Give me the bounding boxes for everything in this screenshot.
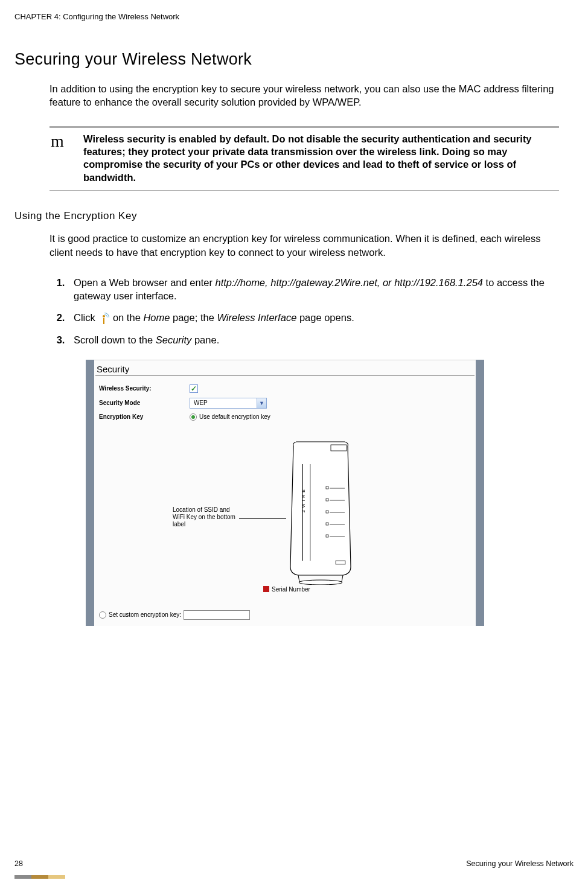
steps-list: Open a Web browser and enter http://home… bbox=[68, 276, 559, 346]
step-2-text-b: on the bbox=[113, 312, 143, 323]
encryption-key-row: Encryption Key Use default encryption ke… bbox=[94, 411, 476, 423]
note-text: Wireless security is enabled by default.… bbox=[83, 133, 559, 185]
use-default-radio[interactable] bbox=[190, 413, 197, 421]
serial-color-square bbox=[263, 586, 269, 592]
step-1-url: http://home, http://gateway.2Wire.net, o… bbox=[216, 277, 484, 288]
step-2: Click on the Home page; the Wireless Int… bbox=[68, 311, 559, 324]
custom-key-radio[interactable] bbox=[99, 611, 106, 619]
serial-number-text: Serial Number bbox=[272, 586, 310, 593]
device-illustration-area: Location of SSID and WiFi Key on the bot… bbox=[94, 428, 476, 603]
encryption-key-label: Encryption Key bbox=[99, 413, 190, 420]
svg-rect-13 bbox=[326, 535, 328, 537]
panel-title: Security bbox=[95, 363, 475, 376]
custom-key-input[interactable] bbox=[184, 610, 250, 620]
custom-key-row: Set custom encryption key: bbox=[94, 607, 476, 621]
security-panel-screenshot: Security Wireless Security: ✓ Security M… bbox=[86, 360, 484, 626]
svg-text:2 W I R E: 2 W I R E bbox=[301, 489, 305, 512]
step-2-text-c: page; the bbox=[170, 312, 217, 323]
step-3-security: Security bbox=[156, 334, 192, 345]
chevron-down-icon: ▼ bbox=[257, 398, 266, 408]
custom-key-label: Set custom encryption key: bbox=[109, 611, 181, 618]
wireless-security-label: Wireless Security: bbox=[99, 385, 190, 392]
svg-rect-11 bbox=[326, 523, 328, 525]
step-3: Scroll down to the Security pane. bbox=[68, 333, 559, 346]
panel-left-edge bbox=[86, 360, 94, 626]
page-title: Securing your Wireless Network bbox=[14, 50, 574, 69]
step-2-text-d: page opens. bbox=[296, 312, 354, 323]
wireless-icon bbox=[99, 313, 109, 324]
section-heading-encryption-key: Using the Encryption Key bbox=[14, 210, 574, 222]
page-footer: 28 Securing your Wireless Network bbox=[14, 859, 574, 868]
svg-point-0 bbox=[299, 580, 342, 585]
callout-text: Location of SSID and WiFi Key on the bot… bbox=[173, 506, 239, 528]
use-default-label: Use default encryption key bbox=[199, 413, 270, 420]
svg-rect-5 bbox=[326, 486, 328, 489]
step-2-home: Home bbox=[143, 312, 170, 323]
step-1-text-a: Open a Web browser and enter bbox=[74, 277, 216, 288]
device-illustration: 2 W I R E bbox=[275, 440, 366, 585]
step-3-text-a: Scroll down to the bbox=[74, 334, 156, 345]
footer-color-bars bbox=[14, 875, 65, 879]
chapter-header: CHAPTER 4: Configuring the Wireless Netw… bbox=[14, 12, 574, 21]
wireless-security-row: Wireless Security: ✓ bbox=[94, 382, 476, 395]
wireless-security-checkbox[interactable]: ✓ bbox=[190, 384, 198, 393]
svg-rect-1 bbox=[331, 445, 347, 451]
security-mode-label: Security Mode bbox=[99, 400, 190, 406]
security-mode-value: WEP bbox=[190, 398, 257, 408]
step-3-text-b: pane. bbox=[191, 334, 219, 345]
intro-paragraph: In addition to using the encryption key … bbox=[50, 82, 559, 109]
footer-section-title: Securing your Wireless Network bbox=[466, 859, 574, 868]
security-mode-select[interactable]: WEP ▼ bbox=[190, 398, 267, 409]
svg-rect-9 bbox=[326, 511, 328, 513]
security-panel: Security Wireless Security: ✓ Security M… bbox=[94, 360, 476, 626]
note-icon: m bbox=[50, 133, 74, 185]
step-1: Open a Web browser and enter http://home… bbox=[68, 276, 559, 303]
serial-number-label: Serial Number bbox=[263, 586, 310, 593]
page-number: 28 bbox=[14, 859, 23, 868]
step-2-text-a: Click bbox=[74, 312, 98, 323]
panel-right-edge bbox=[476, 360, 484, 626]
step-2-wireless-interface: Wireless Interface bbox=[217, 312, 296, 323]
svg-rect-14 bbox=[336, 561, 345, 564]
caution-note: m Wireless security is enabled by defaul… bbox=[50, 126, 559, 191]
security-mode-row: Security Mode WEP ▼ bbox=[94, 395, 476, 411]
section-paragraph: It is good practice to customize an encr… bbox=[50, 232, 559, 259]
svg-rect-7 bbox=[326, 499, 328, 501]
